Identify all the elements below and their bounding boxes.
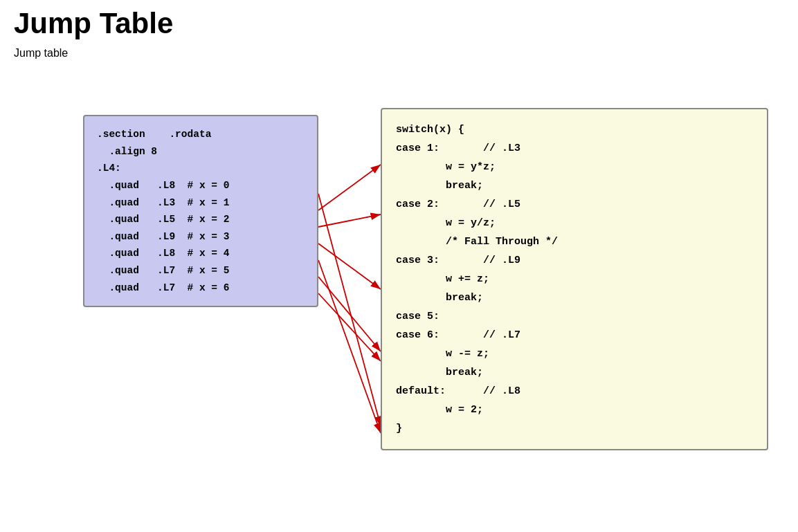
svg-line-3	[318, 244, 381, 289]
svg-line-5	[318, 260, 381, 433]
svg-line-1	[318, 165, 381, 210]
svg-line-6	[318, 277, 381, 351]
asm-line-6: .quad .L9 # x = 3	[97, 228, 305, 246]
svg-line-2	[318, 214, 381, 227]
c-line-3: break;	[396, 176, 753, 195]
c-line-0: switch(x) {	[396, 120, 753, 139]
c-line-17: }	[396, 419, 753, 438]
c-line-1: case 1: // .L3	[396, 139, 753, 158]
asm-line-0: .section .rodata	[97, 126, 305, 143]
asm-line-3: .quad .L8 # x = 0	[97, 177, 305, 194]
c-line-11: case 6: // .L7	[396, 326, 753, 345]
c-line-9: break;	[396, 288, 753, 307]
c-line-10: case 5:	[396, 307, 753, 326]
asm-line-9: .quad .L7 # x = 6	[97, 279, 305, 297]
c-code-box: switch(x) { case 1: // .L3 w = y*z; brea…	[381, 108, 768, 450]
svg-line-7	[318, 293, 381, 361]
asm-line-7: .quad .L8 # x = 4	[97, 245, 305, 262]
c-line-5: w = y/z;	[396, 214, 753, 232]
asm-line-5: .quad .L5 # x = 2	[97, 211, 305, 228]
c-line-12: w -= z;	[396, 345, 753, 363]
diagram-container: .section .rodata .align 8 .L4: .quad .L8…	[14, 80, 775, 523]
svg-line-4	[318, 194, 381, 426]
c-line-7: case 3: // .L9	[396, 251, 753, 270]
asm-line-1: .align 8	[97, 143, 305, 160]
c-line-8: w += z;	[396, 270, 753, 288]
c-line-15: w = 2;	[396, 401, 753, 419]
asm-line-2: .L4:	[97, 160, 305, 177]
assembly-box: .section .rodata .align 8 .L4: .quad .L8…	[83, 115, 318, 307]
asm-line-8: .quad .L7 # x = 5	[97, 262, 305, 279]
c-line-4: case 2: // .L5	[396, 195, 753, 214]
page-title: Jump Table	[14, 7, 784, 40]
subtitle: Jump table	[14, 47, 784, 59]
c-line-6: /* Fall Through */	[396, 232, 753, 251]
asm-line-4: .quad .L3 # x = 1	[97, 194, 305, 212]
c-line-14: default: // .L8	[396, 382, 753, 401]
c-line-13: break;	[396, 363, 753, 382]
c-line-2: w = y*z;	[396, 158, 753, 176]
